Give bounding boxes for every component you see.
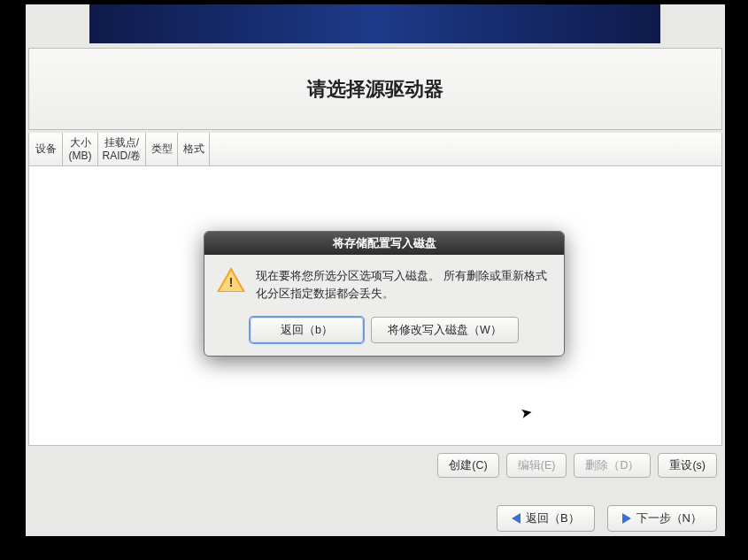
col-device[interactable]: 设备 bbox=[29, 133, 63, 165]
col-type[interactable]: 类型 bbox=[146, 133, 178, 165]
edit-button: 编辑(E) bbox=[506, 453, 567, 478]
wizard-nav: 返回（B） 下一步（N） bbox=[28, 502, 722, 535]
col-size[interactable]: 大小 (MB) bbox=[63, 133, 98, 165]
dialog-title: 将存储配置写入磁盘 bbox=[204, 232, 564, 255]
delete-button: 删除（D） bbox=[574, 453, 651, 478]
header-panel: 请选择源驱动器 bbox=[28, 48, 722, 130]
arrow-left-icon bbox=[512, 513, 521, 524]
back-label: 返回（B） bbox=[526, 510, 580, 526]
dialog-back-button[interactable]: 返回（b） bbox=[250, 317, 364, 343]
dialog-buttons: 返回（b） 将修改写入磁盘（W） bbox=[204, 311, 564, 356]
back-button[interactable]: 返回（B） bbox=[497, 505, 595, 532]
col-spacer bbox=[210, 133, 721, 165]
create-button[interactable]: 创建(C) bbox=[437, 453, 498, 478]
col-mount[interactable]: 挂载点/ RAID/卷 bbox=[98, 133, 146, 165]
brand-band bbox=[89, 4, 660, 43]
partition-table-header: 设备 大小 (MB) 挂载点/ RAID/卷 类型 格式 bbox=[28, 133, 722, 166]
dialog-write-button[interactable]: 将修改写入磁盘（W） bbox=[371, 317, 519, 343]
arrow-right-icon bbox=[622, 513, 631, 524]
dialog-message: 现在要将您所选分区选项写入磁盘。 所有删除或重新格式化分区指定数据都会丢失。 bbox=[256, 267, 550, 303]
confirm-dialog: 将存储配置写入磁盘 ! 现在要将您所选分区选项写入磁盘。 所有删除或重新格式化分… bbox=[204, 231, 565, 357]
next-button[interactable]: 下一步（N） bbox=[607, 505, 717, 532]
partition-actions: 创建(C) 编辑(E) 删除（D） 重设(s) bbox=[28, 449, 722, 482]
col-format[interactable]: 格式 bbox=[178, 133, 210, 165]
dialog-body: ! 现在要将您所选分区选项写入磁盘。 所有删除或重新格式化分区指定数据都会丢失。 bbox=[204, 255, 564, 311]
next-label: 下一步（N） bbox=[636, 510, 702, 526]
page-title: 请选择源驱动器 bbox=[307, 76, 443, 103]
reset-button[interactable]: 重设(s) bbox=[658, 453, 717, 478]
warning-icon: ! bbox=[217, 267, 245, 292]
